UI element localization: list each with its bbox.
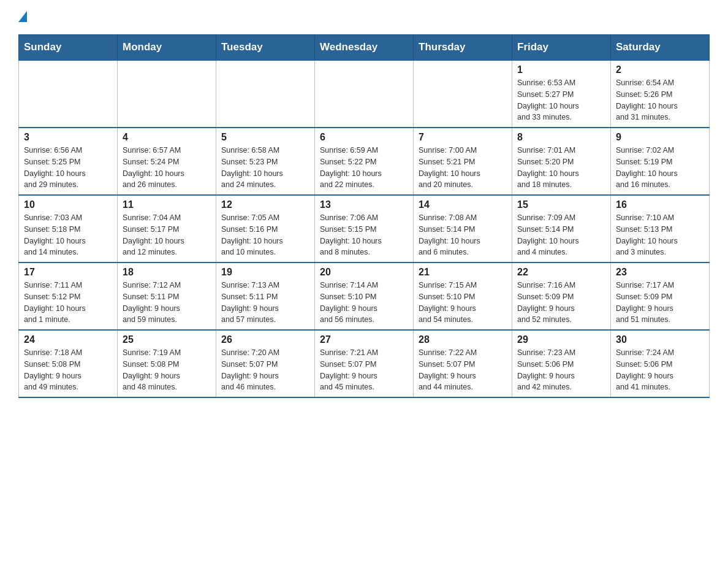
weekday-header-saturday: Saturday — [611, 35, 710, 61]
logo-triangle-icon — [18, 11, 27, 22]
calendar-cell: 28Sunrise: 7:22 AM Sunset: 5:07 PM Dayli… — [414, 330, 512, 397]
day-number: 2 — [616, 64, 704, 75]
day-number: 5 — [221, 132, 309, 143]
day-number: 11 — [123, 199, 211, 210]
calendar-cell — [315, 60, 414, 128]
day-info: Sunrise: 6:59 AM Sunset: 5:22 PM Dayligh… — [320, 145, 408, 191]
calendar-cell: 25Sunrise: 7:19 AM Sunset: 5:08 PM Dayli… — [118, 330, 216, 397]
calendar-cell: 8Sunrise: 7:01 AM Sunset: 5:20 PM Daylig… — [512, 128, 611, 195]
day-number: 14 — [419, 199, 507, 210]
weekday-header-monday: Monday — [118, 35, 216, 61]
day-info: Sunrise: 7:22 AM Sunset: 5:07 PM Dayligh… — [419, 347, 507, 393]
day-number: 6 — [320, 132, 408, 143]
day-info: Sunrise: 7:24 AM Sunset: 5:06 PM Dayligh… — [616, 347, 704, 393]
day-info: Sunrise: 7:23 AM Sunset: 5:06 PM Dayligh… — [517, 347, 605, 393]
day-number: 29 — [517, 334, 605, 345]
day-info: Sunrise: 6:54 AM Sunset: 5:26 PM Dayligh… — [616, 77, 704, 123]
day-info: Sunrise: 6:58 AM Sunset: 5:23 PM Dayligh… — [221, 145, 309, 191]
calendar-cell: 19Sunrise: 7:13 AM Sunset: 5:11 PM Dayli… — [216, 262, 315, 330]
day-info: Sunrise: 7:18 AM Sunset: 5:08 PM Dayligh… — [24, 347, 112, 393]
day-number: 17 — [24, 267, 112, 278]
calendar-cell: 10Sunrise: 7:03 AM Sunset: 5:18 PM Dayli… — [19, 195, 118, 262]
calendar-cell: 23Sunrise: 7:17 AM Sunset: 5:09 PM Dayli… — [611, 262, 710, 330]
calendar-cell: 17Sunrise: 7:11 AM Sunset: 5:12 PM Dayli… — [19, 262, 118, 330]
calendar-cell — [118, 60, 216, 128]
weekday-header-wednesday: Wednesday — [315, 35, 414, 61]
day-number: 13 — [320, 199, 408, 210]
calendar-cell: 26Sunrise: 7:20 AM Sunset: 5:07 PM Dayli… — [216, 330, 315, 397]
calendar-cell: 18Sunrise: 7:12 AM Sunset: 5:11 PM Dayli… — [118, 262, 216, 330]
day-info: Sunrise: 6:57 AM Sunset: 5:24 PM Dayligh… — [123, 145, 211, 191]
day-info: Sunrise: 7:06 AM Sunset: 5:15 PM Dayligh… — [320, 212, 408, 258]
weekday-header-thursday: Thursday — [414, 35, 512, 61]
weekday-header-friday: Friday — [512, 35, 611, 61]
day-info: Sunrise: 7:13 AM Sunset: 5:11 PM Dayligh… — [221, 280, 309, 326]
day-number: 15 — [517, 199, 605, 210]
calendar-cell: 7Sunrise: 7:00 AM Sunset: 5:21 PM Daylig… — [414, 128, 512, 195]
day-number: 25 — [123, 334, 211, 345]
day-info: Sunrise: 7:00 AM Sunset: 5:21 PM Dayligh… — [419, 145, 507, 191]
day-info: Sunrise: 7:09 AM Sunset: 5:14 PM Dayligh… — [517, 212, 605, 258]
calendar-cell: 16Sunrise: 7:10 AM Sunset: 5:13 PM Dayli… — [611, 195, 710, 262]
calendar-week-row: 10Sunrise: 7:03 AM Sunset: 5:18 PM Dayli… — [19, 195, 710, 262]
day-info: Sunrise: 7:17 AM Sunset: 5:09 PM Dayligh… — [616, 280, 704, 326]
logo — [18, 12, 28, 23]
day-number: 21 — [419, 267, 507, 278]
calendar-cell — [414, 60, 512, 128]
day-info: Sunrise: 7:03 AM Sunset: 5:18 PM Dayligh… — [24, 212, 112, 258]
day-info: Sunrise: 7:02 AM Sunset: 5:19 PM Dayligh… — [616, 145, 704, 191]
calendar-week-row: 24Sunrise: 7:18 AM Sunset: 5:08 PM Dayli… — [19, 330, 710, 397]
day-info: Sunrise: 7:08 AM Sunset: 5:14 PM Dayligh… — [419, 212, 507, 258]
day-info: Sunrise: 7:05 AM Sunset: 5:16 PM Dayligh… — [221, 212, 309, 258]
calendar-cell: 15Sunrise: 7:09 AM Sunset: 5:14 PM Dayli… — [512, 195, 611, 262]
day-number: 23 — [616, 267, 704, 278]
day-info: Sunrise: 6:53 AM Sunset: 5:27 PM Dayligh… — [517, 77, 605, 123]
page-header — [18, 12, 710, 23]
calendar-cell: 12Sunrise: 7:05 AM Sunset: 5:16 PM Dayli… — [216, 195, 315, 262]
day-number: 10 — [24, 199, 112, 210]
calendar-cell: 3Sunrise: 6:56 AM Sunset: 5:25 PM Daylig… — [19, 128, 118, 195]
calendar-cell — [216, 60, 315, 128]
day-number: 26 — [221, 334, 309, 345]
day-number: 27 — [320, 334, 408, 345]
calendar-cell: 5Sunrise: 6:58 AM Sunset: 5:23 PM Daylig… — [216, 128, 315, 195]
day-info: Sunrise: 6:56 AM Sunset: 5:25 PM Dayligh… — [24, 145, 112, 191]
day-number: 24 — [24, 334, 112, 345]
calendar-cell: 24Sunrise: 7:18 AM Sunset: 5:08 PM Dayli… — [19, 330, 118, 397]
day-number: 4 — [123, 132, 211, 143]
calendar-week-row: 1Sunrise: 6:53 AM Sunset: 5:27 PM Daylig… — [19, 60, 710, 128]
day-number: 18 — [123, 267, 211, 278]
calendar-cell: 22Sunrise: 7:16 AM Sunset: 5:09 PM Dayli… — [512, 262, 611, 330]
day-info: Sunrise: 7:01 AM Sunset: 5:20 PM Dayligh… — [517, 145, 605, 191]
calendar-cell: 9Sunrise: 7:02 AM Sunset: 5:19 PM Daylig… — [611, 128, 710, 195]
day-info: Sunrise: 7:12 AM Sunset: 5:11 PM Dayligh… — [123, 280, 211, 326]
day-number: 19 — [221, 267, 309, 278]
calendar-week-row: 3Sunrise: 6:56 AM Sunset: 5:25 PM Daylig… — [19, 128, 710, 195]
day-number: 16 — [616, 199, 704, 210]
day-number: 7 — [419, 132, 507, 143]
weekday-header-tuesday: Tuesday — [216, 35, 315, 61]
calendar-cell: 2Sunrise: 6:54 AM Sunset: 5:26 PM Daylig… — [611, 60, 710, 128]
day-number: 20 — [320, 267, 408, 278]
calendar-cell: 4Sunrise: 6:57 AM Sunset: 5:24 PM Daylig… — [118, 128, 216, 195]
calendar-cell: 6Sunrise: 6:59 AM Sunset: 5:22 PM Daylig… — [315, 128, 414, 195]
day-info: Sunrise: 7:14 AM Sunset: 5:10 PM Dayligh… — [320, 280, 408, 326]
day-info: Sunrise: 7:04 AM Sunset: 5:17 PM Dayligh… — [123, 212, 211, 258]
calendar-cell — [19, 60, 118, 128]
calendar-cell: 21Sunrise: 7:15 AM Sunset: 5:10 PM Dayli… — [414, 262, 512, 330]
calendar-cell: 29Sunrise: 7:23 AM Sunset: 5:06 PM Dayli… — [512, 330, 611, 397]
calendar-cell: 27Sunrise: 7:21 AM Sunset: 5:07 PM Dayli… — [315, 330, 414, 397]
day-number: 3 — [24, 132, 112, 143]
calendar-cell: 14Sunrise: 7:08 AM Sunset: 5:14 PM Dayli… — [414, 195, 512, 262]
day-number: 1 — [517, 64, 605, 75]
calendar-cell: 30Sunrise: 7:24 AM Sunset: 5:06 PM Dayli… — [611, 330, 710, 397]
day-info: Sunrise: 7:20 AM Sunset: 5:07 PM Dayligh… — [221, 347, 309, 393]
day-number: 9 — [616, 132, 704, 143]
day-info: Sunrise: 7:15 AM Sunset: 5:10 PM Dayligh… — [419, 280, 507, 326]
day-info: Sunrise: 7:21 AM Sunset: 5:07 PM Dayligh… — [320, 347, 408, 393]
weekday-header-row: SundayMondayTuesdayWednesdayThursdayFrid… — [19, 35, 710, 61]
day-number: 8 — [517, 132, 605, 143]
calendar-cell: 1Sunrise: 6:53 AM Sunset: 5:27 PM Daylig… — [512, 60, 611, 128]
day-info: Sunrise: 7:11 AM Sunset: 5:12 PM Dayligh… — [24, 280, 112, 326]
day-number: 28 — [419, 334, 507, 345]
